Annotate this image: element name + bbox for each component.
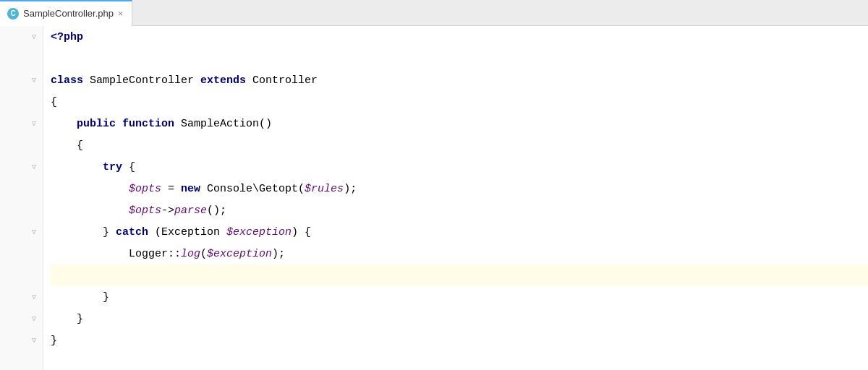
gutter-row-13 [0, 286, 43, 308]
fold-arrow-10[interactable] [30, 228, 38, 236]
gutter [0, 26, 43, 370]
method-parse: parse [174, 205, 207, 217]
indent-8 [51, 183, 129, 195]
var-opts: $opts [129, 183, 161, 195]
logger-class: Logger:: [129, 248, 181, 260]
indent-9 [51, 205, 129, 217]
fold-arrow-13[interactable] [30, 293, 38, 301]
code-line-12 [51, 264, 868, 286]
var-exception-2: $exception [207, 248, 272, 260]
gutter-row-8 [0, 178, 43, 199]
keyword-catch: catch [116, 226, 148, 238]
close-brace-method: } [77, 313, 83, 325]
gutter-row-6 [0, 134, 43, 156]
code-line-7: try { [51, 156, 868, 178]
code-editor[interactable]: <?php class SampleController extends Con… [43, 26, 868, 370]
code-line-9: $opts -> parse (); [51, 199, 868, 221]
class-name: SampleController [83, 74, 200, 87]
code-line-15: } [51, 330, 868, 351]
php-open-tag: <?php [51, 31, 83, 43]
assign-op: = [161, 183, 181, 195]
log-open-paren: ( [200, 248, 207, 260]
open-brace-func: { [77, 139, 83, 152]
gutter-row-5 [0, 113, 43, 134]
class-getopt: Console\Getopt( [200, 183, 305, 195]
code-line-6: { [51, 134, 868, 156]
catch-close: ) { [292, 226, 311, 238]
keyword-extends: extends [200, 74, 246, 87]
editor-container: C SampleController.php × [0, 0, 868, 370]
fold-arrow-7[interactable] [30, 163, 38, 171]
log-close-paren: ); [272, 248, 285, 260]
code-line-5: public function SampleAction() [51, 113, 868, 134]
keyword-class: class [51, 74, 83, 87]
var-rules: $rules [305, 183, 344, 195]
parse-parens-semi: (); [207, 205, 226, 217]
close-brace-try: } [103, 226, 116, 238]
fold-arrow-1[interactable] [30, 33, 38, 41]
gutter-row-14 [0, 308, 43, 330]
gutter-row-10 [0, 221, 43, 243]
code-line-8: $opts = new Console\Getopt( $rules ); [51, 178, 868, 199]
file-tab[interactable]: C SampleController.php × [0, 0, 132, 26]
gutter-row-9 [0, 199, 43, 221]
parent-class: Controller [246, 74, 318, 87]
indent-6 [51, 139, 77, 152]
tab-file-icon: C [7, 8, 19, 20]
space-5a [116, 118, 122, 130]
keyword-function: function [122, 118, 174, 130]
gutter-row-2 [0, 48, 43, 69]
keyword-new: new [181, 183, 200, 195]
fold-arrow-5[interactable] [30, 119, 38, 128]
fold-arrow-15[interactable] [30, 336, 38, 345]
indent-10 [51, 226, 103, 238]
gutter-row-3 [0, 69, 43, 91]
method-log: log [181, 248, 200, 260]
gutter-row-11 [0, 243, 43, 264]
code-line-13: } [51, 286, 868, 308]
code-line-1: <?php [51, 26, 868, 48]
arrow: -> [161, 205, 174, 217]
gutter-row-7 [0, 156, 43, 178]
tab-close-button[interactable]: × [118, 9, 123, 19]
indent-7 [51, 161, 103, 173]
code-line-11: Logger:: log ( $exception ); [51, 243, 868, 264]
code-line-4: { [51, 91, 868, 113]
var-opts-2: $opts [129, 205, 161, 217]
gutter-row-12 [0, 264, 43, 286]
code-line-10: } catch (Exception $exception ) { [51, 221, 868, 243]
indent-11 [51, 248, 129, 260]
code-line-3: class SampleController extends Controlle… [51, 69, 868, 91]
code-line-2 [51, 48, 868, 69]
indent-14 [51, 313, 77, 325]
gutter-row-15 [0, 330, 43, 351]
open-brace-class: { [51, 96, 57, 108]
close-brace-class-final: } [51, 335, 57, 347]
open-brace-try: { [122, 161, 135, 173]
fold-arrow-14[interactable] [30, 314, 38, 323]
tab-filename: SampleController.php [23, 8, 114, 19]
fold-arrow-3[interactable] [30, 76, 38, 85]
indent-13 [51, 291, 103, 304]
gutter-row-4 [0, 91, 43, 113]
indent-5 [51, 118, 77, 130]
tab-bar: C SampleController.php × [0, 0, 868, 26]
func-name: SampleAction() [174, 118, 272, 130]
keyword-public: public [77, 118, 116, 130]
catch-params: (Exception [148, 226, 226, 238]
var-exception: $exception [226, 226, 292, 238]
code-line-14: } [51, 308, 868, 330]
close-brace-catch: } [103, 291, 109, 304]
close-paren-semi: ); [344, 183, 357, 195]
gutter-row-1 [0, 26, 43, 48]
code-area: <?php class SampleController extends Con… [0, 26, 868, 370]
keyword-try: try [103, 161, 122, 173]
